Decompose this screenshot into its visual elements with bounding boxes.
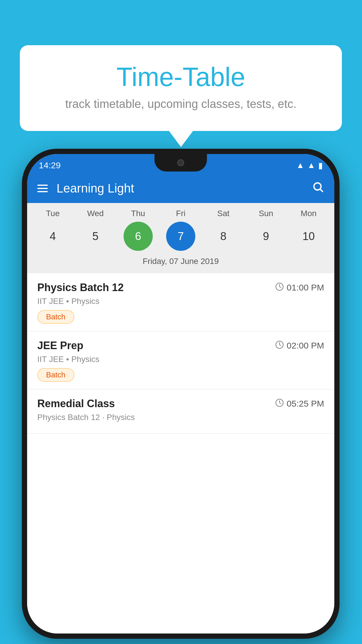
selected-date: Friday, 07 June 2019 <box>27 254 334 270</box>
bubble-subtitle: track timetable, upcoming classes, tests… <box>37 97 324 111</box>
day-fri: Fri <box>166 209 195 218</box>
batch-badge: Batch <box>37 310 74 324</box>
day-mon: Mon <box>294 209 323 218</box>
clock-icon <box>275 282 284 293</box>
clock-icon <box>275 340 284 351</box>
date-6-today[interactable]: 6 <box>124 222 153 251</box>
status-time: 14:29 <box>39 160 61 170</box>
schedule-item[interactable]: Physics Batch 12 01:00 PM <box>27 273 334 331</box>
item-header: JEE Prep 02:00 PM <box>37 340 324 352</box>
battery-icon: ▮ <box>318 161 323 170</box>
app-title: Learning Light <box>57 181 303 195</box>
bubble-title: Time-Table <box>37 63 324 92</box>
item-header: Remedial Class 05:25 PM <box>37 398 324 410</box>
class-name: Physics Batch 12 <box>37 281 124 294</box>
phone-notch <box>154 154 207 172</box>
day-tue: Tue <box>38 209 67 218</box>
class-time: 02:00 PM <box>275 340 324 351</box>
date-10[interactable]: 10 <box>294 222 323 251</box>
phone-outer: 14:29 ▲ ▲ ▮ <box>22 149 340 639</box>
day-sat: Sat <box>209 209 238 218</box>
schedule-list: Physics Batch 12 01:00 PM <box>27 273 334 634</box>
day-sun: Sun <box>252 209 281 218</box>
item-header: Physics Batch 12 01:00 PM <box>37 281 324 294</box>
app-bar: Learning Light <box>27 174 334 203</box>
phone-screen: 14:29 ▲ ▲ ▮ <box>27 154 334 634</box>
schedule-item[interactable]: JEE Prep 02:00 PM <box>27 331 334 389</box>
batch-badge: Batch <box>37 368 74 382</box>
time-value: 05:25 PM <box>287 399 324 409</box>
screen-content: 14:29 ▲ ▲ ▮ <box>27 154 334 634</box>
class-name: JEE Prep <box>37 340 83 352</box>
clock-icon <box>275 398 284 409</box>
class-time: 05:25 PM <box>275 398 324 409</box>
date-7-selected[interactable]: 7 <box>166 222 195 251</box>
camera <box>177 159 184 166</box>
class-meta: IIT JEE • Physics <box>37 355 324 364</box>
date-8[interactable]: 8 <box>209 222 238 251</box>
time-value: 02:00 PM <box>287 341 324 351</box>
class-meta: IIT JEE • Physics <box>37 297 324 306</box>
day-thu: Thu <box>124 209 153 218</box>
schedule-item[interactable]: Remedial Class 05:25 PM <box>27 389 334 434</box>
class-time: 01:00 PM <box>275 282 324 293</box>
day-headers: Tue Wed Thu Fri Sat Sun Mon <box>27 209 334 218</box>
date-5[interactable]: 5 <box>81 222 110 251</box>
day-wed: Wed <box>81 209 110 218</box>
status-icons: ▲ ▲ ▮ <box>296 161 323 170</box>
wifi-icon: ▲ <box>296 161 305 170</box>
phone-mockup: 14:29 ▲ ▲ ▮ <box>22 149 340 639</box>
time-value: 01:00 PM <box>287 283 324 293</box>
class-meta: Physics Batch 12 · Physics <box>37 413 324 422</box>
hamburger-menu[interactable] <box>37 185 48 192</box>
speech-bubble: Time-Table track timetable, upcoming cla… <box>20 45 342 131</box>
svg-line-1 <box>320 189 323 192</box>
date-9[interactable]: 9 <box>252 222 281 251</box>
search-icon[interactable] <box>312 181 324 196</box>
day-numbers[interactable]: 4 5 6 7 8 9 10 <box>27 222 334 251</box>
date-4[interactable]: 4 <box>38 222 67 251</box>
calendar-strip: Tue Wed Thu Fri Sat Sun Mon 4 5 6 7 8 <box>27 203 334 273</box>
class-name: Remedial Class <box>37 398 115 410</box>
signal-icon: ▲ <box>307 161 315 170</box>
